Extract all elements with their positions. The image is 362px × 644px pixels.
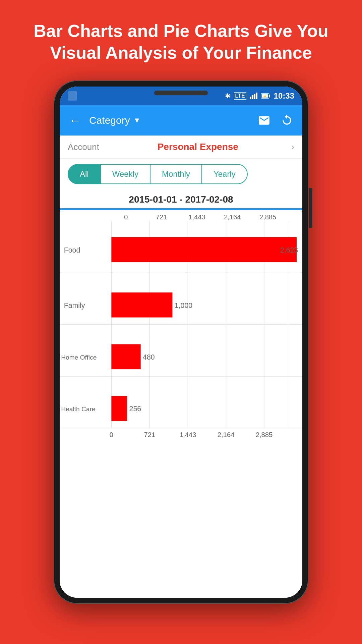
x-bottom-2164: 2,164 <box>218 431 235 438</box>
account-name: Personal Expense <box>105 142 291 152</box>
x-label-2164: 2,164 <box>215 213 250 221</box>
back-button[interactable]: ← <box>66 111 84 130</box>
value-food: 2,623 <box>280 246 298 254</box>
svg-rect-5 <box>269 95 270 97</box>
headline-text: Bar Charts and Pie Charts Give You Visua… <box>27 20 335 64</box>
status-bar-left <box>68 91 77 101</box>
chart-area: 0 721 1,443 2,164 2,885 <box>60 210 302 598</box>
status-bar: ✱ LTE ⚡ <box>60 87 302 105</box>
tab-yearly[interactable]: Yearly <box>202 164 248 184</box>
app-icon <box>68 91 77 101</box>
refresh-icon <box>281 114 293 127</box>
account-row: Account Personal Expense › <box>60 136 302 159</box>
x-label-2885: 2,885 <box>250 213 286 221</box>
x-label-721: 721 <box>144 213 179 221</box>
tab-all[interactable]: All <box>68 164 101 184</box>
lte-icon: LTE <box>234 92 246 100</box>
headline-container: Bar Charts and Pie Charts Give You Visua… <box>0 0 362 74</box>
speaker-grill <box>154 91 208 95</box>
svg-rect-0 <box>250 97 251 99</box>
tab-monthly[interactable]: Monthly <box>150 164 202 184</box>
svg-rect-1 <box>252 95 253 99</box>
svg-rect-3 <box>256 93 257 99</box>
bluetooth-icon: ✱ <box>225 92 231 100</box>
label-family: Family <box>64 302 85 310</box>
refresh-button[interactable] <box>278 112 296 129</box>
x-axis-top: 0 721 1,443 2,164 2,885 <box>108 213 302 221</box>
phone-frame: ✱ LTE ⚡ <box>54 80 308 604</box>
status-time: 10:33 <box>274 91 294 101</box>
bar-family <box>111 292 172 318</box>
bar-food <box>111 237 297 262</box>
category-dropdown[interactable]: Category ▼ <box>89 115 250 126</box>
x-label-1443: 1,443 <box>179 213 215 221</box>
x-bottom-2885: 2,885 <box>256 431 273 438</box>
label-home-office: Home Office <box>61 354 97 361</box>
top-bar-actions <box>255 112 296 129</box>
date-range: 2015-01-01 - 2017-02-08 <box>60 190 302 208</box>
status-bar-right: ✱ LTE ⚡ <box>225 91 294 101</box>
account-label: Account <box>68 142 99 152</box>
mail-icon <box>258 114 270 127</box>
phone-screen: ✱ LTE ⚡ <box>60 87 302 598</box>
dropdown-arrow-icon: ▼ <box>133 116 141 125</box>
value-family: 1,000 <box>175 302 192 310</box>
label-health-care: Health Care <box>61 406 95 413</box>
bar-home-office <box>111 344 140 369</box>
tab-weekly[interactable]: Weekly <box>101 164 150 184</box>
value-home-office: 480 <box>143 353 155 361</box>
x-bottom-721: 721 <box>144 431 155 438</box>
label-food: Food <box>64 246 80 254</box>
x-bottom-1443: 1,443 <box>179 431 196 438</box>
account-nav-arrow[interactable]: › <box>291 142 294 152</box>
x-label-0: 0 <box>108 213 144 221</box>
category-title: Category <box>89 115 130 126</box>
x-bottom-0: 0 <box>110 431 113 438</box>
phone-wrapper: ✱ LTE ⚡ <box>0 74 362 604</box>
top-app-bar: ← Category ▼ <box>60 105 302 136</box>
mail-button[interactable] <box>255 112 273 129</box>
svg-text:⚡: ⚡ <box>263 94 267 99</box>
period-tabs-container: All Weekly Monthly Yearly <box>60 159 302 190</box>
battery-icon: ⚡ <box>261 93 270 99</box>
svg-rect-2 <box>254 94 255 99</box>
bar-health-care <box>111 396 127 421</box>
signal-icon <box>250 93 258 99</box>
value-health-care: 256 <box>129 405 141 413</box>
bar-chart: Food 2,623 Family 1,000 Home Office 480 … <box>60 221 302 442</box>
